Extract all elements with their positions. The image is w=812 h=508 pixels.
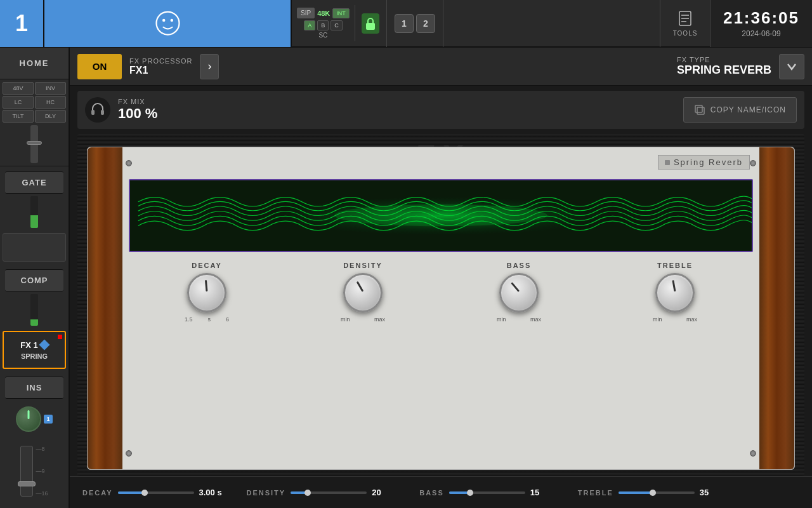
- main-layout: HOME 48V INV LC HC TILT DLY: [0, 48, 812, 508]
- density-param: DENSITY 20: [247, 488, 401, 497]
- density-slider-track[interactable]: [291, 491, 367, 494]
- on-button[interactable]: ON: [77, 54, 122, 79]
- num-buttons: 1 2: [387, 0, 443, 47]
- spring-visual: [129, 179, 753, 252]
- channel-icon-area[interactable]: [44, 0, 292, 47]
- bass-bottom-value: 15: [530, 488, 559, 497]
- main-knob-area: 1: [0, 404, 69, 434]
- fx-name: FX1: [129, 65, 192, 76]
- fx1-text: FX 1: [20, 340, 37, 350]
- decay-slider-fill: [118, 491, 145, 494]
- diamond-icon: [39, 340, 49, 351]
- tools-icon: [676, 10, 694, 27]
- content-area: ON FX PROCESSOR FX1 › FX TYPE SPRING REV…: [70, 48, 812, 508]
- sip-label-btn: SIP: [297, 8, 315, 18]
- fader-handle: [18, 481, 36, 486]
- headphone-icon: [89, 102, 106, 118]
- sample-rate: 48K: [317, 10, 330, 17]
- svg-rect-11: [695, 105, 702, 112]
- sidebar-fader-eq[interactable]: [30, 125, 38, 163]
- fx-type-section: FX TYPE SPRING REVERB: [677, 54, 804, 79]
- btn-b[interactable]: B: [317, 20, 329, 30]
- decay-slider-track[interactable]: [118, 491, 194, 494]
- btn-lc[interactable]: LC: [3, 96, 34, 109]
- channel-fader[interactable]: [20, 446, 33, 497]
- fx-type-name: SPRING REVERB: [677, 64, 771, 77]
- treble-bottom-label: TREBLE: [578, 489, 613, 497]
- bass-knob[interactable]: [499, 273, 539, 312]
- screw-bl: [126, 450, 132, 457]
- input-controls: 48V INV LC HC TILT DLY: [0, 79, 69, 166]
- bass-slider-thumb[interactable]: [467, 490, 473, 496]
- btn-tilt[interactable]: TILT: [3, 110, 34, 123]
- num-badge: 1: [44, 415, 53, 424]
- spring-label-text: Spring Reverb: [674, 157, 743, 167]
- svg-rect-3: [366, 23, 375, 30]
- svg-rect-8: [91, 110, 95, 115]
- btn-inv[interactable]: INV: [35, 82, 66, 95]
- density-knob-group: DENSITY min max: [341, 262, 385, 323]
- spring-label-tag: Spring Reverb: [658, 155, 750, 170]
- decay-scale: 1.5 s 6: [185, 316, 229, 323]
- ins-button[interactable]: INS: [5, 377, 63, 399]
- fx1-sidebar-button[interactable]: FX 1 SPRING: [3, 331, 66, 369]
- decay-slider-thumb[interactable]: [141, 490, 148, 496]
- treble-max: max: [686, 316, 697, 323]
- bass-min: min: [497, 316, 506, 323]
- plugin-inner: Spring Reverb: [77, 134, 804, 476]
- comp-meter-bar: [30, 319, 38, 326]
- btn-c[interactable]: C: [331, 20, 343, 30]
- btn-a[interactable]: A: [304, 20, 315, 30]
- comp-meter: [30, 294, 38, 326]
- treble-param: TREBLE 35: [578, 488, 728, 497]
- home-button[interactable]: HOME: [0, 48, 69, 79]
- channel-number[interactable]: 1: [0, 0, 44, 47]
- main-knob[interactable]: [16, 406, 41, 432]
- spring-reverb-panel: Spring Reverb: [87, 147, 795, 470]
- btn-dly[interactable]: DLY: [35, 110, 66, 123]
- bottom-bar: DECAY 3.00 s DENSITY 20 BASS: [70, 476, 812, 508]
- treble-slider-thumb[interactable]: [650, 490, 656, 496]
- spring-label-dot: [665, 160, 670, 165]
- treble-knob-marker: [672, 280, 676, 291]
- int-btn[interactable]: INT: [332, 8, 350, 18]
- comp-section: COMP: [0, 264, 69, 328]
- treble-scale: min max: [653, 316, 697, 323]
- face-icon: [154, 9, 182, 37]
- fx-processor-info: FX PROCESSOR FX1: [129, 57, 192, 76]
- arrow-btn[interactable]: ›: [200, 54, 219, 79]
- gate-meter-bar: [30, 215, 38, 228]
- fx-mix-value: 100 %: [118, 105, 157, 122]
- bass-scale: min max: [497, 316, 541, 323]
- gate-button[interactable]: GATE: [5, 171, 63, 194]
- tools-button[interactable]: TOOLS: [660, 0, 710, 47]
- fx1-label-row: FX 1: [20, 340, 48, 350]
- num-btn-1[interactable]: 1: [395, 14, 414, 33]
- btn-hc[interactable]: HC: [35, 96, 66, 109]
- copy-name-button[interactable]: COPY NAME/ICON: [683, 97, 797, 123]
- bass-slider-track[interactable]: [449, 491, 525, 494]
- fx1-sub-label: SPRING: [21, 352, 48, 360]
- num-btn-2[interactable]: 2: [416, 14, 435, 33]
- density-slider-thumb[interactable]: [304, 490, 311, 496]
- decay-knob[interactable]: [187, 273, 226, 312]
- plugin-area: FX Spring Reverb: [77, 134, 804, 476]
- svg-point-14: [334, 204, 547, 227]
- comp-button[interactable]: COMP: [5, 269, 63, 291]
- svg-point-2: [170, 19, 173, 22]
- knob-row: DECAY 1.5 s 6 DENSITY: [88, 252, 794, 332]
- lock-button[interactable]: [355, 0, 387, 47]
- decay-max: 6: [226, 316, 229, 323]
- fx-type-dropdown[interactable]: [779, 54, 804, 79]
- btn-48v[interactable]: 48V: [3, 82, 34, 95]
- screw-br: [750, 450, 756, 457]
- density-knob[interactable]: [343, 273, 383, 312]
- spring-svg: [130, 180, 752, 251]
- svg-rect-9: [101, 110, 104, 115]
- empty-slot[interactable]: [3, 233, 66, 262]
- treble-slider-track[interactable]: [619, 491, 695, 494]
- screw-tl: [126, 160, 132, 166]
- treble-knob[interactable]: [655, 273, 695, 312]
- fx-header: ON FX PROCESSOR FX1 › FX TYPE SPRING REV…: [70, 48, 812, 86]
- density-min: min: [341, 316, 350, 323]
